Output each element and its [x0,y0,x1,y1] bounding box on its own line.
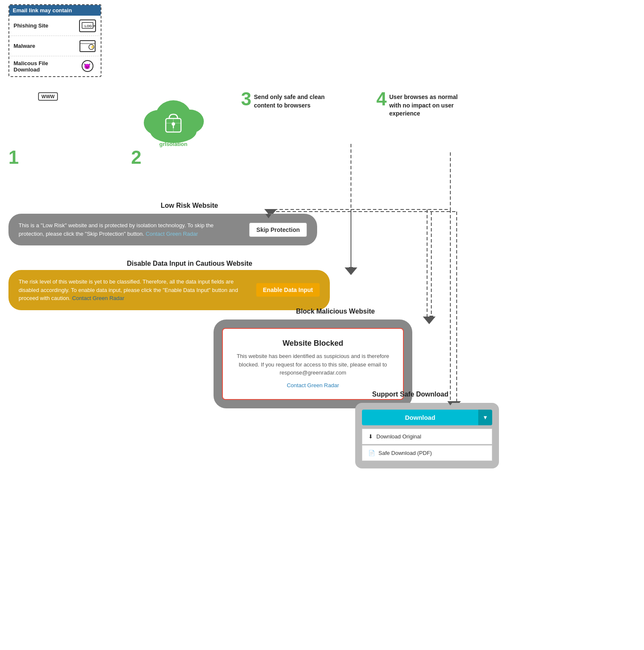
svg-text:grIsolation: grIsolation [159,141,188,147]
threat-phishing: Phishing Site LOG IN [9,16,101,36]
threat-phishing-label: Phishing Site [14,22,74,29]
cloud-block: grIsolation [135,91,211,154]
block-title: Website Blocked [231,339,395,348]
step1-label: 1 User clicks on a link embedded in an e… [8,151,89,168]
svg-rect-21 [21,123,55,139]
malware-icon: ⚡ [79,39,96,53]
low-risk-contact-link[interactable]: Contact Green Radar [145,231,198,237]
download-original-label: Download Original [376,433,421,440]
svg-marker-36 [302,126,309,132]
step2-label: 2 Isolate all harmful web elements in a … [131,151,211,176]
user-icon [17,101,59,143]
download-original-icon: ⬇ [368,433,373,440]
threat-malware: Malware ⚡ [9,36,101,56]
threat-malware-label: Malware [14,43,74,49]
www-bubble: WWW [38,92,58,101]
step2-desc: Isolate all harmful web elements in a cl… [144,151,211,176]
skip-protection-button[interactable]: Skip Protection [249,223,307,237]
arrow-2 [237,123,300,137]
enable-data-input-button[interactable]: Enable Data Input [256,283,320,297]
safe-download-pdf-icon: 📄 [368,450,375,456]
svg-rect-15 [80,41,95,44]
svg-marker-24 [127,126,133,132]
safe-download-pdf-option[interactable]: 📄 Safe Download (PDF) [362,445,492,461]
download-main-button[interactable]: Download [362,410,478,425]
data-input-card-text: The risk level of this website is yet to… [19,278,248,303]
cloud-icon: grIsolation [135,91,211,152]
low-risk-card: This is a "Low Risk" website and is prot… [8,214,317,245]
data-input-card: The risk level of this website is yet to… [8,270,330,310]
step1-desc: User clicks on a link embedded in an ema… [21,151,89,168]
arrow-1 [66,123,129,137]
step3-label: 3 Send only safe and clean content to br… [241,93,330,110]
threat-file-download: Malicous File Download 😈 [9,56,101,76]
arrow-to-data-input [345,267,357,275]
threat-file-label: Malicous File Download [14,60,74,73]
download-btn-row: Download ▼ [362,410,492,425]
safe-download-card: Download ▼ ⬇ Download Original 📄 Safe Do… [355,403,499,468]
svg-marker-50 [423,317,436,324]
main-container: Email link may contain Phishing Site LOG… [0,0,644,650]
step2-number: 2 [131,148,141,167]
download-caret-button[interactable]: ▼ [478,410,492,425]
step3-number: 3 [241,90,251,108]
block-desc: This website has been identified as susp… [231,352,395,377]
step4-label: 4 User browses as normal with no impact … [376,93,465,118]
step1-number: 1 [8,148,19,167]
user-block: WWW [17,101,59,143]
svg-text:😈: 😈 [84,63,91,70]
svg-point-40 [330,105,333,108]
safe-download-title: Support Safe Download [372,391,448,398]
data-input-contact-link[interactable]: Contact Green Radar [72,295,124,301]
svg-point-20 [30,106,46,121]
block-malicious-title: Block Malicious Website [296,308,375,315]
download-original-option[interactable]: ⬇ Download Original [362,429,492,444]
svg-point-45 [353,116,356,119]
email-threats-box: Email link may contain Phishing Site LOG… [8,4,101,77]
data-input-title: Disable Data Input in Cautious Website [127,260,252,267]
arrow-to-block-mal [423,317,436,324]
low-risk-title: Low Risk Website [161,202,218,209]
threats-header: Email link may contain [9,5,101,16]
step4-desc: User browses as normal with no impact on… [389,93,465,118]
svg-marker-49 [345,267,357,275]
svg-text:LOG IN: LOG IN [85,24,96,28]
step4-number: 4 [376,90,386,108]
low-risk-card-text: This is a "Low Risk" website and is prot… [19,221,241,238]
block-inner: Website Blocked This website has been id… [222,328,404,400]
svg-text:⚡: ⚡ [90,44,95,50]
safe-download-pdf-label: Safe Download (PDF) [378,450,432,456]
step3-desc: Send only safe and clean content to brow… [254,93,330,110]
file-download-icon: 😈 [79,59,96,74]
phishing-icon: LOG IN [79,18,96,33]
block-contact-link[interactable]: Contact Green Radar [287,382,339,388]
